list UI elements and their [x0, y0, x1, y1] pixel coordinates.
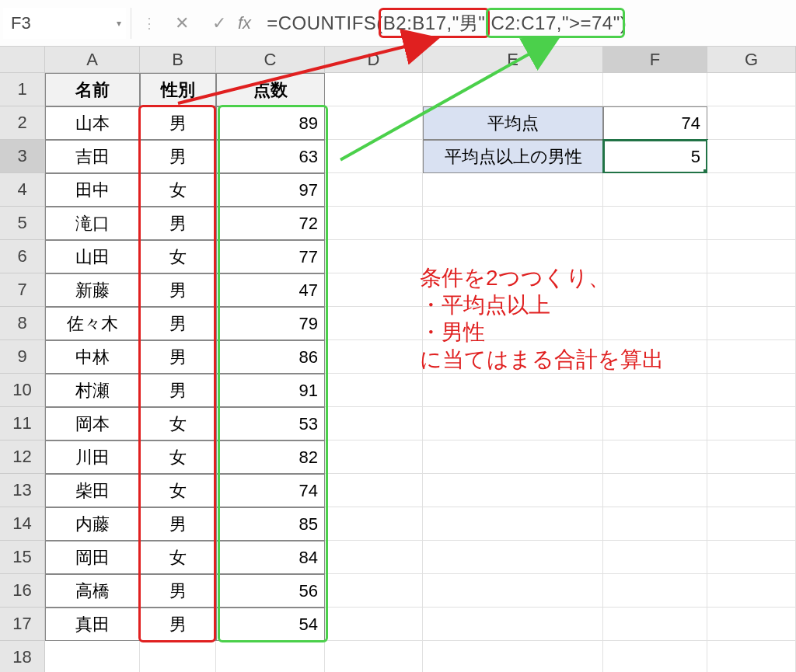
- cell-D16[interactable]: [325, 574, 423, 608]
- row-header-6[interactable]: 6: [0, 240, 45, 273]
- cell-E5[interactable]: [423, 207, 603, 240]
- cell-A5[interactable]: 滝口: [45, 207, 140, 240]
- cell-A12[interactable]: 川田: [45, 440, 140, 474]
- cell-C7[interactable]: 47: [216, 273, 325, 307]
- cell-E3[interactable]: 平均点以上の男性: [423, 140, 603, 173]
- cell-F4[interactable]: [603, 173, 707, 207]
- cell-D17[interactable]: [325, 608, 423, 641]
- cell-D4[interactable]: [325, 173, 423, 207]
- row-header-2[interactable]: 2: [0, 106, 45, 140]
- cell-B12[interactable]: 女: [140, 440, 216, 474]
- cell-B16[interactable]: 男: [140, 574, 216, 608]
- cell-D9[interactable]: [325, 340, 423, 374]
- cell-G8[interactable]: [707, 307, 796, 340]
- cell-D12[interactable]: [325, 440, 423, 474]
- cell-A14[interactable]: 内藤: [45, 507, 140, 541]
- cell-A7[interactable]: 新藤: [45, 273, 140, 307]
- row-header-7[interactable]: 7: [0, 273, 45, 307]
- cell-D1[interactable]: [325, 73, 423, 106]
- cell-C8[interactable]: 79: [216, 307, 325, 340]
- cell-D7[interactable]: [325, 273, 423, 307]
- cell-D15[interactable]: [325, 541, 423, 574]
- cell-A2[interactable]: 山本: [45, 106, 140, 140]
- cell-F13[interactable]: [603, 474, 707, 507]
- cell-E16[interactable]: [423, 574, 603, 608]
- cell-B18[interactable]: [140, 641, 216, 672]
- cell-A8[interactable]: 佐々木: [45, 307, 140, 340]
- cell-E13[interactable]: [423, 474, 603, 507]
- row-header-5[interactable]: 5: [0, 207, 45, 240]
- row-header-4[interactable]: 4: [0, 173, 45, 207]
- col-header-E[interactable]: E: [423, 47, 603, 73]
- cell-F12[interactable]: [603, 440, 707, 474]
- cell-F5[interactable]: [603, 207, 707, 240]
- cell-B6[interactable]: 女: [140, 240, 216, 273]
- cell-B11[interactable]: 女: [140, 407, 216, 440]
- confirm-button[interactable]: ✓: [201, 8, 238, 39]
- row-header-10[interactable]: 10: [0, 374, 45, 407]
- col-header-F[interactable]: F: [603, 47, 707, 73]
- cell-E10[interactable]: [423, 374, 603, 407]
- cell-E14[interactable]: [423, 507, 603, 541]
- cell-G18[interactable]: [707, 641, 796, 672]
- row-header-17[interactable]: 17: [0, 608, 45, 641]
- cell-A10[interactable]: 村瀬: [45, 374, 140, 407]
- cell-B10[interactable]: 男: [140, 374, 216, 407]
- row-header-1[interactable]: 1: [0, 73, 45, 106]
- cell-E11[interactable]: [423, 407, 603, 440]
- col-header-B[interactable]: B: [140, 47, 216, 73]
- cell-G13[interactable]: [707, 474, 796, 507]
- formula-input[interactable]: =COUNTIFS(B2:B17,"男",C2:C17,">=74"): [267, 11, 627, 36]
- cell-E1[interactable]: [423, 73, 603, 106]
- cell-A4[interactable]: 田中: [45, 173, 140, 207]
- cell-A18[interactable]: [45, 641, 140, 672]
- cell-G12[interactable]: [707, 440, 796, 474]
- cancel-button[interactable]: ✕: [163, 8, 201, 39]
- cell-B13[interactable]: 女: [140, 474, 216, 507]
- cell-C2[interactable]: 89: [216, 106, 325, 140]
- cell-C9[interactable]: 86: [216, 340, 325, 374]
- cell-B4[interactable]: 女: [140, 173, 216, 207]
- cell-D5[interactable]: [325, 207, 423, 240]
- cell-C16[interactable]: 56: [216, 574, 325, 608]
- row-header-9[interactable]: 9: [0, 340, 45, 374]
- cell-C14[interactable]: 85: [216, 507, 325, 541]
- col-header-D[interactable]: D: [325, 47, 423, 73]
- cell-D14[interactable]: [325, 507, 423, 541]
- cell-B17[interactable]: 男: [140, 608, 216, 641]
- cell-G10[interactable]: [707, 374, 796, 407]
- cell-E4[interactable]: [423, 173, 603, 207]
- fx-icon[interactable]: fx: [238, 13, 251, 33]
- cell-B14[interactable]: 男: [140, 507, 216, 541]
- cell-G15[interactable]: [707, 541, 796, 574]
- cell-D3[interactable]: [325, 140, 423, 173]
- cell-B15[interactable]: 女: [140, 541, 216, 574]
- cell-C5[interactable]: 72: [216, 207, 325, 240]
- cell-A9[interactable]: 中林: [45, 340, 140, 374]
- cell-G17[interactable]: [707, 608, 796, 641]
- cell-A11[interactable]: 岡本: [45, 407, 140, 440]
- cell-D11[interactable]: [325, 407, 423, 440]
- cell-G5[interactable]: [707, 207, 796, 240]
- cell-C18[interactable]: [216, 641, 325, 672]
- row-header-8[interactable]: 8: [0, 307, 45, 340]
- row-header-3[interactable]: 3: [0, 140, 45, 173]
- cell-C4[interactable]: 97: [216, 173, 325, 207]
- cell-E12[interactable]: [423, 440, 603, 474]
- cell-C10[interactable]: 91: [216, 374, 325, 407]
- cell-F3[interactable]: 5: [603, 140, 707, 173]
- cell-E18[interactable]: [423, 641, 603, 672]
- cell-C15[interactable]: 84: [216, 541, 325, 574]
- cell-C11[interactable]: 53: [216, 407, 325, 440]
- cell-C3[interactable]: 63: [216, 140, 325, 173]
- cell-A17[interactable]: 真田: [45, 608, 140, 641]
- cell-F2[interactable]: 74: [603, 106, 707, 140]
- cell-G2[interactable]: [707, 106, 796, 140]
- cell-F18[interactable]: [603, 641, 707, 672]
- cell-G3[interactable]: [707, 140, 796, 173]
- cell-C12[interactable]: 82: [216, 440, 325, 474]
- cell-E15[interactable]: [423, 541, 603, 574]
- cell-C6[interactable]: 77: [216, 240, 325, 273]
- cell-C13[interactable]: 74: [216, 474, 325, 507]
- cell-D6[interactable]: [325, 240, 423, 273]
